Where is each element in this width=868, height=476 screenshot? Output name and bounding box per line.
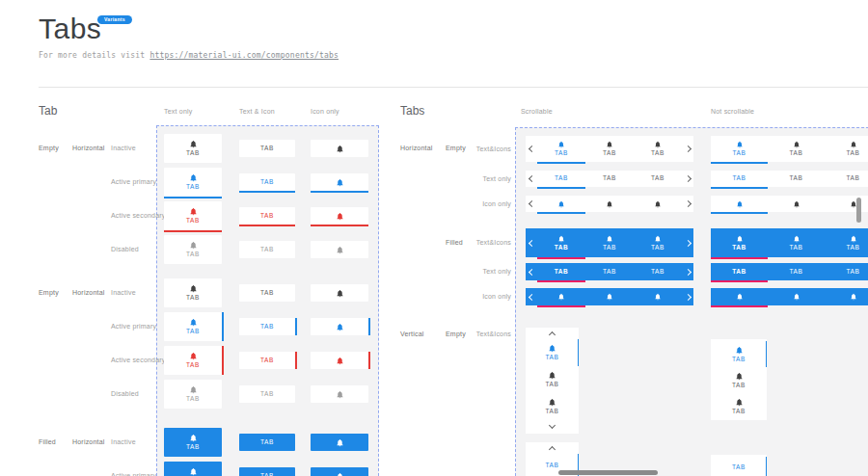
tab[interactable]: TAB [825, 228, 868, 257]
tab[interactable] [825, 288, 868, 305]
scroll-right-button[interactable] [682, 136, 693, 162]
tab[interactable] [585, 196, 634, 212]
vertical-scrollbar-thumb[interactable] [856, 198, 861, 223]
tab[interactable]: TAB [825, 136, 868, 162]
scroll-up-button[interactable] [526, 330, 579, 339]
bell-icon [850, 235, 857, 243]
tabs-bar-not-scrollable[interactable] [711, 196, 868, 212]
tab[interactable]: TAB [768, 136, 825, 162]
vertical-tabs-card[interactable]: TABTABTAB [711, 339, 767, 420]
tab[interactable]: TAB [585, 228, 634, 257]
tab[interactable] [634, 196, 682, 212]
vertical-tabs-card[interactable]: TAB [711, 455, 767, 476]
tab[interactable]: TAB [585, 263, 634, 280]
tabs-bar-not-scrollable[interactable]: TABTABTAB [711, 136, 868, 162]
scroll-right-button[interactable] [682, 263, 693, 280]
scroll-right-button[interactable] [682, 288, 693, 305]
tabs-bar-scrollable[interactable]: TABTABTAB [526, 228, 693, 257]
tabs-bar-scrollable[interactable] [526, 196, 693, 212]
tab[interactable] [711, 288, 768, 305]
scroll-left-button[interactable] [526, 171, 537, 187]
tab[interactable]: TAB [537, 171, 585, 187]
chevron-left-icon [528, 239, 534, 246]
tab-label: TAB [651, 245, 665, 251]
tab[interactable]: TAB [585, 171, 634, 187]
tab[interactable]: TAB [526, 366, 579, 393]
bell-icon [548, 371, 556, 380]
tab-label: TAB [847, 175, 860, 182]
tabs-bar-scrollable[interactable]: TABTABTAB [526, 171, 693, 187]
active-indicator [711, 257, 768, 259]
tabs-bar-not-scrollable[interactable]: TABTABTAB [711, 263, 868, 280]
scroll-right-button[interactable] [682, 196, 693, 212]
tabs-bar-scrollable[interactable]: TABTABTAB [526, 136, 693, 162]
tab[interactable] [585, 288, 634, 305]
tab[interactable] [768, 196, 825, 212]
tab[interactable]: TAB [585, 136, 634, 162]
tab-label: TAB [651, 150, 665, 157]
bell-icon [793, 293, 800, 301]
tab[interactable]: TAB [768, 171, 825, 187]
tab[interactable]: TAB [526, 393, 579, 420]
bell-icon [735, 372, 744, 381]
tab[interactable]: TAB [711, 393, 767, 419]
tab-label: TAB [546, 355, 559, 361]
tabs-bar-not-scrollable[interactable]: TABTABTAB [711, 228, 868, 257]
tab[interactable]: TAB [711, 341, 767, 367]
tab-label: TAB [790, 269, 803, 276]
bell-icon [735, 398, 744, 407]
tabs-bar-scrollable[interactable]: TABTABTAB [526, 263, 693, 280]
vertical-tabs-card[interactable]: TABTABTAB [526, 328, 579, 434]
scroll-left-button[interactable] [526, 288, 537, 305]
tab[interactable]: TAB [537, 228, 585, 257]
chevron-right-icon [684, 200, 691, 207]
tab[interactable]: TAB [711, 171, 768, 187]
tab[interactable]: TAB [711, 136, 768, 162]
horizontal-scrollbar-thumb[interactable] [558, 470, 658, 475]
bell-icon [548, 398, 556, 407]
tabs-bar-scrollable[interactable] [526, 288, 693, 305]
chevron-right-icon [684, 239, 691, 246]
scroll-right-button[interactable] [682, 228, 693, 257]
tabs-bar-not-scrollable[interactable] [711, 288, 868, 305]
scroll-left-button[interactable] [526, 263, 537, 280]
tab-label: TAB [732, 357, 746, 363]
tab[interactable]: TAB [768, 263, 825, 280]
tab[interactable]: TAB [634, 228, 682, 257]
chevron-right-icon [684, 145, 691, 152]
tab[interactable] [768, 288, 825, 305]
tab[interactable]: TAB [711, 457, 767, 476]
tab-label: TAB [555, 269, 569, 276]
tab[interactable]: TAB [711, 367, 767, 393]
bell-icon [654, 141, 662, 148]
tab-label: TAB [790, 245, 803, 251]
tab[interactable]: TAB [634, 171, 682, 187]
scroll-left-button[interactable] [526, 196, 537, 212]
scroll-right-button[interactable] [682, 171, 693, 187]
tab[interactable]: TAB [634, 136, 682, 162]
scroll-down-button[interactable] [526, 420, 579, 430]
tab[interactable] [537, 196, 585, 212]
bell-icon [850, 141, 857, 148]
tab[interactable]: TAB [537, 136, 585, 162]
tab[interactable]: TAB [711, 263, 768, 280]
tabs-bar-not-scrollable[interactable]: TABTABTAB [711, 171, 868, 187]
tab[interactable] [711, 196, 768, 212]
tab[interactable]: TAB [825, 171, 868, 187]
tab[interactable] [537, 288, 585, 305]
tab[interactable]: TAB [634, 263, 682, 280]
tab-label: TAB [847, 269, 860, 276]
tab[interactable]: TAB [526, 339, 579, 366]
chevron-left-icon [528, 268, 534, 275]
scroll-left-button[interactable] [526, 228, 537, 257]
active-indicator [711, 305, 768, 307]
tab[interactable]: TAB [768, 228, 825, 257]
bell-icon [736, 235, 744, 243]
scroll-left-button[interactable] [526, 136, 537, 162]
tab[interactable] [634, 288, 682, 305]
scroll-up-button[interactable] [526, 444, 579, 454]
tab[interactable] [825, 196, 868, 212]
tab[interactable]: TAB [711, 228, 768, 257]
tab[interactable]: TAB [537, 263, 585, 280]
tab[interactable]: TAB [825, 263, 868, 280]
